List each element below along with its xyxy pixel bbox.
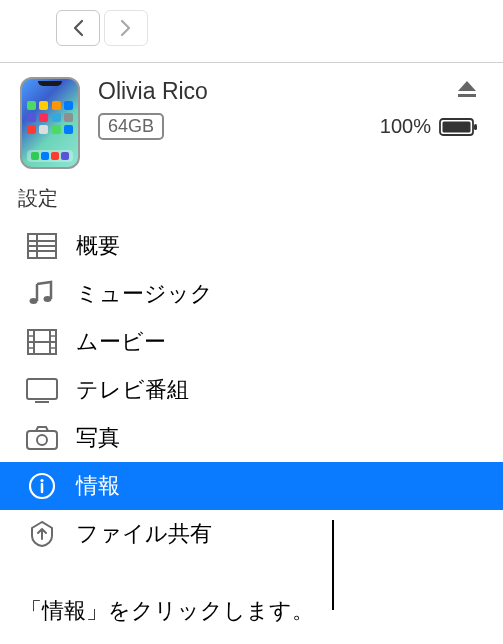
summary-icon	[24, 230, 60, 262]
svg-point-24	[40, 479, 43, 482]
sidebar-item-label: 情報	[76, 471, 485, 501]
sidebar-item-music[interactable]: ミュージック	[0, 270, 503, 318]
svg-point-9	[30, 298, 38, 304]
sidebar-item-info[interactable]: 情報	[0, 462, 503, 510]
device-header: Olivia Rico 64GB 100%	[0, 63, 503, 181]
svg-rect-19	[27, 379, 57, 399]
svg-rect-2	[443, 121, 471, 132]
hint-text: 「情報」をクリックします。	[20, 596, 314, 626]
menu-list: 概要ミュージックムービーテレビ番組写真情報ファイル共有	[0, 222, 503, 558]
sidebar-item-file-share[interactable]: ファイル共有	[0, 510, 503, 558]
file-share-icon	[24, 518, 60, 550]
chevron-right-icon	[120, 19, 132, 37]
sidebar-item-label: ミュージック	[76, 279, 485, 309]
svg-rect-3	[474, 124, 477, 130]
nav-bar	[0, 0, 503, 54]
svg-rect-0	[458, 94, 476, 97]
svg-rect-21	[27, 431, 57, 449]
sidebar-item-movies[interactable]: ムービー	[0, 318, 503, 366]
sidebar-item-label: 写真	[76, 423, 485, 453]
sidebar-item-label: 概要	[76, 231, 485, 261]
settings-section: 設定 概要ミュージックムービーテレビ番組写真情報ファイル共有	[0, 181, 503, 558]
eject-button[interactable]	[455, 77, 479, 105]
forward-button[interactable]	[104, 10, 148, 46]
movies-icon	[24, 326, 60, 358]
photos-icon	[24, 422, 60, 454]
svg-point-22	[37, 435, 47, 445]
section-title: 設定	[0, 181, 503, 222]
callout-line	[332, 520, 334, 610]
svg-point-10	[44, 296, 52, 302]
sidebar-item-photos[interactable]: 写真	[0, 414, 503, 462]
sidebar-item-label: ファイル共有	[76, 519, 485, 549]
device-name: Olivia Rico	[98, 78, 208, 105]
tv-icon	[24, 374, 60, 406]
sidebar-item-label: ムービー	[76, 327, 485, 357]
sidebar-item-summary[interactable]: 概要	[0, 222, 503, 270]
device-image	[20, 77, 80, 169]
battery-percent: 100%	[380, 115, 431, 138]
back-button[interactable]	[56, 10, 100, 46]
battery-status: 100%	[380, 115, 479, 138]
info-icon	[24, 470, 60, 502]
music-icon	[24, 278, 60, 310]
sidebar-item-tv[interactable]: テレビ番組	[0, 366, 503, 414]
sidebar-item-label: テレビ番組	[76, 375, 485, 405]
eject-icon	[455, 77, 479, 101]
storage-badge: 64GB	[98, 113, 164, 140]
chevron-left-icon	[72, 19, 84, 37]
battery-icon	[439, 117, 479, 137]
